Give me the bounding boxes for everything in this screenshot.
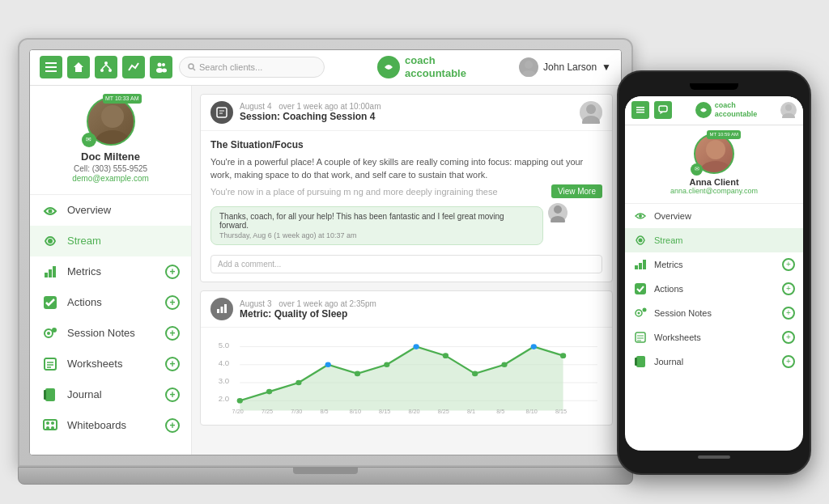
svg-point-42	[586, 104, 596, 114]
profile-time-badge: MT 10:33 AM	[103, 94, 142, 104]
phone-chat-icon[interactable]	[654, 101, 672, 119]
phone-menu-icon[interactable]	[631, 101, 649, 119]
sidebar-item-overview-label: Overview	[67, 204, 180, 216]
svg-rect-84	[636, 112, 644, 113]
phone-sidebar-overview[interactable]: Overview	[625, 204, 803, 228]
logo-text: coach accountable	[405, 54, 466, 79]
phone-actions-add-button[interactable]: +	[782, 282, 795, 295]
phone-journal-label: Journal	[654, 357, 776, 366]
svg-line-8	[106, 65, 110, 69]
sidebar-item-actions[interactable]: Actions +	[30, 287, 191, 318]
svg-rect-95	[643, 260, 646, 269]
svg-rect-48	[224, 304, 227, 313]
svg-rect-21	[45, 273, 48, 277]
session-notes-add-button[interactable]: +	[165, 326, 180, 341]
metric-card-header: August 3 over 1 week ago at 2:35pm Metri…	[201, 291, 612, 328]
svg-point-36	[51, 421, 54, 425]
journal-icon	[41, 386, 59, 404]
session-notes-icon	[41, 324, 59, 342]
phone-metrics-add-button[interactable]: +	[782, 258, 795, 271]
session-card-meta: August 4 over 1 week ago at 10:00am Sess…	[240, 102, 573, 122]
svg-point-27	[52, 328, 57, 332]
comment-input[interactable]: Add a comment...	[210, 255, 602, 273]
sidebar-item-worksheets-label: Worksheets	[67, 358, 157, 370]
phone-session-notes-label: Session Notes	[654, 308, 776, 318]
user-area[interactable]: John Larson ▼	[519, 57, 611, 77]
svg-rect-34	[44, 420, 57, 430]
svg-text:8/1: 8/1	[467, 409, 475, 414]
svg-point-65	[443, 353, 449, 358]
phone-sidebar-worksheets[interactable]: Worksheets +	[625, 325, 803, 349]
profile-avatar-wrap: MT 10:33 AM ✉	[87, 97, 135, 146]
profile-section: MT 10:33 AM ✉ Doc Miltene Cell: (303) 55…	[30, 86, 191, 195]
org-chart-icon[interactable]	[95, 56, 117, 78]
svg-text:8/5: 8/5	[496, 409, 504, 414]
people-icon[interactable]	[150, 56, 172, 78]
laptop-base	[18, 467, 633, 485]
laptop-screen: Search clients... coach accountable	[29, 49, 622, 455]
svg-rect-32	[45, 388, 55, 401]
metrics-add-button[interactable]: +	[165, 265, 180, 279]
session-card-user-thumb	[580, 101, 602, 124]
comment-avatar	[548, 203, 568, 222]
profile-cell: Cell: (303) 555-9525	[41, 164, 180, 173]
svg-text:8/15: 8/15	[379, 409, 390, 414]
svg-point-35	[46, 421, 49, 425]
phone-sidebar-metrics[interactable]: Metrics +	[625, 252, 803, 277]
sidebar-item-metrics[interactable]: Metrics +	[30, 256, 191, 287]
sidebar-item-journal[interactable]: Journal +	[30, 379, 191, 410]
session-card-title: Session: Coaching Session 4	[240, 111, 573, 122]
svg-point-10	[162, 63, 165, 66]
svg-text:2.0: 2.0	[219, 396, 229, 404]
metric-card-meta: August 3 over 1 week ago at 2:35pm Metri…	[240, 299, 602, 320]
svg-point-66	[472, 371, 478, 377]
phone-worksheets-add-button[interactable]: +	[782, 331, 795, 344]
svg-point-63	[384, 362, 389, 367]
svg-rect-96	[635, 283, 646, 294]
chart-icon[interactable]	[122, 56, 145, 78]
svg-point-19	[49, 209, 53, 213]
phone-sidebar-stream[interactable]: Stream	[625, 228, 803, 252]
svg-point-38	[51, 426, 54, 430]
svg-point-13	[189, 64, 193, 69]
phone-overview-icon	[633, 209, 648, 223]
svg-point-45	[551, 216, 565, 222]
situation-text-fade: You're now in a place of pursuing m ng a…	[210, 185, 602, 199]
phone-stream-icon	[633, 233, 648, 248]
phone-user-avatar	[780, 102, 797, 118]
phone-sidebar-session-notes[interactable]: Session Notes +	[625, 301, 803, 325]
sidebar-item-stream-label: Stream	[67, 235, 180, 247]
svg-point-15	[525, 61, 533, 69]
whiteboards-add-button[interactable]: +	[165, 418, 180, 433]
home-icon[interactable]	[67, 56, 90, 78]
sidebar-item-stream[interactable]: Stream	[30, 226, 191, 256]
phone-sidebar-actions[interactable]: Actions +	[625, 277, 803, 301]
view-more-button[interactable]: View More	[551, 184, 602, 198]
phone-session-notes-add-button[interactable]: +	[782, 307, 795, 320]
svg-point-90	[699, 161, 732, 174]
comment-time: Thursday, Aug 6 (1 week ago) at 10:37 am	[219, 231, 534, 239]
phone: coach accountable MT 10:59 AM	[617, 70, 811, 475]
journal-add-button[interactable]: +	[165, 388, 180, 402]
sidebar-item-whiteboards-label: Whiteboards	[67, 419, 157, 431]
laptop-body: Search clients... coach accountable	[18, 38, 633, 467]
stream-icon	[41, 232, 59, 250]
actions-add-button[interactable]: +	[165, 295, 180, 310]
svg-point-37	[46, 426, 49, 430]
sidebar-item-overview[interactable]: Overview	[30, 195, 191, 226]
phone-sidebar-journal[interactable]: Journal +	[625, 349, 803, 374]
sidebar-item-worksheets[interactable]: Worksheets +	[30, 349, 191, 379]
menu-icon[interactable]	[40, 56, 62, 78]
sleep-chart: 5.0 4.0 3.0 2.0	[210, 334, 602, 415]
search-bar[interactable]: Search clients...	[179, 57, 325, 78]
phone-profile: MT 10:59 AM ✉ Anna Client anna.client@co…	[625, 125, 803, 204]
worksheets-icon	[41, 355, 59, 373]
svg-text:4.0: 4.0	[219, 359, 229, 367]
svg-point-20	[48, 239, 53, 244]
metric-card: August 3 over 1 week ago at 2:35pm Metri…	[200, 290, 613, 426]
phone-journal-add-button[interactable]: +	[782, 355, 795, 368]
session-card-body: The Situation/Focus You're in a powerful…	[201, 131, 612, 282]
sidebar-item-whiteboards[interactable]: Whiteboards +	[30, 410, 191, 441]
worksheets-add-button[interactable]: +	[165, 357, 180, 371]
sidebar-item-session-notes[interactable]: Session Notes +	[30, 318, 191, 349]
